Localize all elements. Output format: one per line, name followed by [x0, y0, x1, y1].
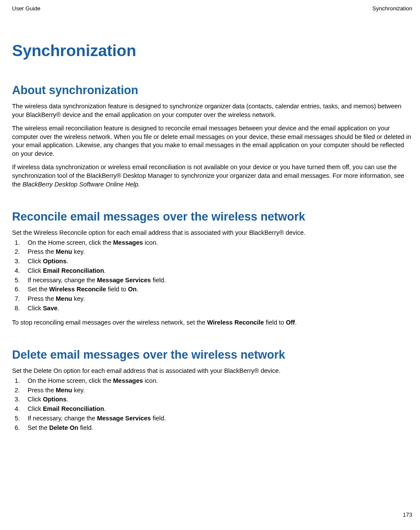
delete-intro: Set the Delete On option for each email …: [12, 367, 412, 375]
step-text: On the Home screen, click the: [28, 239, 113, 246]
list-item: Press the Menu key.: [15, 294, 412, 304]
step-text: field to: [106, 286, 128, 293]
step-text: On the Home screen, click the: [28, 377, 113, 384]
step-text: field.: [151, 415, 166, 422]
about-para3-italic: BlackBerry Desktop Software Online Help.: [22, 181, 140, 188]
step-bold: Wireless Reconcile: [49, 286, 106, 293]
step-text: .: [66, 258, 68, 265]
step-bold: Email Reconciliation: [43, 267, 104, 274]
step-text: Press the: [28, 387, 56, 394]
step-text: Click: [28, 267, 43, 274]
step-bold: Delete On: [49, 424, 78, 431]
step-text: key.: [72, 295, 85, 302]
step-text: If necessary, change the: [28, 277, 97, 284]
step-text: Press the: [28, 295, 56, 302]
header-right: Synchronization: [373, 5, 413, 12]
step-text: .: [104, 405, 106, 412]
step-text: Set the: [28, 424, 49, 431]
header-left: User Guide: [12, 5, 41, 12]
step-bold: Email Reconciliation: [43, 405, 104, 412]
step-bold: Messages: [113, 239, 143, 246]
step-text: Click: [28, 305, 43, 312]
page-number: 173: [403, 511, 412, 518]
header-row: User Guide Synchronization: [12, 5, 412, 12]
list-item: On the Home screen, click the Messages i…: [15, 376, 412, 386]
step-bold: Menu: [56, 248, 72, 255]
step-text: If necessary, change the: [28, 415, 97, 422]
list-item: On the Home screen, click the Messages i…: [15, 238, 412, 248]
delete-heading: Delete email messages over the wireless …: [12, 348, 412, 362]
step-text: Press the: [28, 248, 56, 255]
reconcile-intro: Set the Wireless Reconcile option for ea…: [12, 229, 412, 237]
outro-text: field to: [264, 319, 286, 326]
list-item: Click Options.: [15, 257, 412, 266]
outro-bold: Wireless Reconcile: [207, 319, 264, 326]
step-text: .: [57, 305, 59, 312]
delete-steps: On the Home screen, click the Messages i…: [15, 376, 412, 433]
step-text: key.: [72, 387, 85, 394]
outro-bold: Off: [286, 319, 295, 326]
step-bold: Options: [43, 258, 66, 265]
step-bold: Messages: [113, 377, 143, 384]
page-title: Synchronization: [12, 42, 412, 60]
list-item: Click Email Reconciliation.: [15, 266, 412, 276]
step-text: .: [66, 396, 68, 403]
list-item: If necessary, change the Message Service…: [15, 276, 412, 285]
step-bold: Options: [43, 396, 66, 403]
step-text: field.: [151, 277, 166, 284]
step-text: icon.: [143, 377, 158, 384]
step-bold: Menu: [56, 295, 72, 302]
list-item: Click Options.: [15, 395, 412, 404]
step-bold: On: [128, 286, 137, 293]
step-text: Set the: [28, 286, 49, 293]
step-text: Click: [28, 405, 43, 412]
reconcile-outro: To stop reconciling email messages over …: [12, 319, 412, 327]
list-item: Set the Delete On field.: [15, 423, 412, 433]
step-text: .: [104, 267, 106, 274]
about-heading: About synchronization: [12, 84, 412, 97]
step-text: icon.: [143, 239, 158, 246]
list-item: Click Save.: [15, 304, 412, 313]
about-para1: The wireless data synchronization featur…: [12, 102, 412, 119]
list-item: Press the Menu key.: [15, 386, 412, 395]
list-item: If necessary, change the Message Service…: [15, 414, 412, 423]
reconcile-steps: On the Home screen, click the Messages i…: [15, 238, 412, 313]
list-item: Set the Wireless Reconcile field to On.: [15, 285, 412, 294]
step-bold: Save: [43, 305, 57, 312]
step-text: Click: [28, 258, 43, 265]
outro-text: .: [295, 319, 297, 326]
about-para3: If wireless data synchronization or wire…: [12, 163, 412, 189]
list-item: Press the Menu key.: [15, 247, 412, 257]
reconcile-heading: Reconcile email messages over the wirele…: [12, 210, 412, 224]
step-bold: Message Services: [97, 277, 151, 284]
about-para2: The wireless email reconciliation featur…: [12, 124, 412, 158]
step-bold: Message Services: [97, 415, 151, 422]
step-text: .: [137, 286, 138, 293]
step-bold: Menu: [56, 387, 72, 394]
outro-text: To stop reconciling email messages over …: [12, 319, 207, 326]
step-text: field.: [78, 424, 94, 431]
step-text: Click: [28, 396, 43, 403]
list-item: Click Email Reconciliation.: [15, 404, 412, 414]
step-text: key.: [72, 248, 85, 255]
